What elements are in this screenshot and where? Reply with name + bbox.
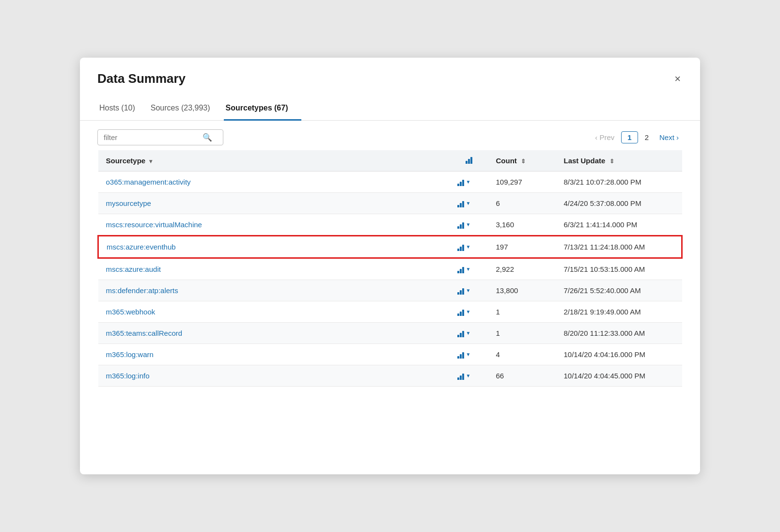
lastupdate-cell: 7/15/21 10:53:15.000 AM [556, 258, 682, 280]
th-sourcetype[interactable]: Sourcetype ▾ [98, 150, 450, 172]
table-row: m365:log:warn ▼ 410/14/20 4:04:16.000 PM [98, 344, 682, 365]
chart-cell[interactable]: ▼ [450, 280, 488, 301]
sourcetype-link[interactable]: o365:management:activity [106, 178, 191, 186]
chart-caret-icon[interactable]: ▼ [466, 201, 471, 206]
count-cell: 2,922 [488, 258, 556, 280]
th-count-label: Count [496, 156, 517, 165]
bar-chart-icon [457, 351, 464, 359]
sourcetype-link[interactable]: mscs:resource:virtualMachine [106, 220, 202, 229]
chart-cell[interactable]: ▼ [450, 236, 488, 258]
modal-header: Data Summary × [80, 58, 700, 86]
count-sort-icon[interactable]: ⇕ [521, 158, 526, 165]
search-icon: 🔍 [203, 133, 212, 142]
page-1-button[interactable]: 1 [621, 131, 638, 143]
table-row: mscs:azure:eventhub ▼ 1977/13/21 11:24:1… [98, 236, 682, 258]
chart-caret-icon[interactable]: ▼ [466, 373, 471, 378]
chart-icon-wrap: ▼ [457, 178, 481, 186]
sourcetype-cell[interactable]: m365:webhook [98, 301, 450, 323]
table-row: mysourcetype ▼ 64/24/20 5:37:08.000 PM [98, 193, 682, 214]
lastupdate-cell: 6/3/21 1:41:14.000 PM [556, 214, 682, 236]
sourcetype-cell[interactable]: mscs:azure:audit [98, 258, 450, 280]
chart-icon-wrap: ▼ [457, 351, 481, 359]
sourcetype-link[interactable]: m365:log:info [106, 372, 150, 380]
lastupdate-cell: 10/14/20 4:04:45.000 PM [556, 365, 682, 387]
sourcetype-link[interactable]: m365:teams:callRecord [106, 329, 183, 337]
sourcetype-cell[interactable]: m365:teams:callRecord [98, 323, 450, 344]
pagination: ‹ Prev 1 2 Next › [591, 131, 683, 143]
lastupdate-cell: 8/3/21 10:07:28.000 PM [556, 172, 682, 193]
sourcetype-sort-icon[interactable]: ▾ [149, 158, 152, 165]
bar-chart-icon [457, 243, 464, 251]
lastupdate-cell: 10/14/20 4:04:16.000 PM [556, 344, 682, 365]
table-row: o365:management:activity ▼ 109,2978/3/21… [98, 172, 682, 193]
tab-sources[interactable]: Sources (23,993) [149, 99, 224, 121]
sourcetype-link[interactable]: mscs:azure:audit [106, 265, 161, 273]
th-lastupdate-label: Last Update [564, 156, 606, 165]
sourcetype-cell[interactable]: mysourcetype [98, 193, 450, 214]
chart-caret-icon[interactable]: ▼ [466, 352, 471, 357]
sourcetype-cell[interactable]: m365:log:info [98, 365, 450, 387]
bar-chart-icon [457, 200, 464, 207]
th-lastupdate[interactable]: Last Update ⇕ [556, 150, 682, 172]
sourcetype-cell[interactable]: o365:management:activity [98, 172, 450, 193]
th-count[interactable]: Count ⇕ [488, 150, 556, 172]
chart-cell[interactable]: ▼ [450, 323, 488, 344]
sourcetype-cell[interactable]: mscs:azure:eventhub [98, 236, 450, 258]
sourcetype-cell[interactable]: mscs:resource:virtualMachine [98, 214, 450, 236]
close-button[interactable]: × [672, 72, 683, 86]
bar-chart-icon [457, 329, 464, 337]
chart-cell[interactable]: ▼ [450, 258, 488, 280]
chart-caret-icon[interactable]: ▼ [466, 309, 471, 314]
search-input[interactable] [104, 133, 201, 141]
table-row: ms:defender:atp:alerts ▼ 13,8007/26/21 5… [98, 280, 682, 301]
chart-caret-icon[interactable]: ▼ [466, 288, 471, 293]
chart-cell[interactable]: ▼ [450, 344, 488, 365]
sourcetype-link[interactable]: m365:webhook [106, 308, 156, 316]
lastupdate-sort-icon[interactable]: ⇕ [609, 158, 614, 165]
count-cell: 3,160 [488, 214, 556, 236]
next-button[interactable]: Next › [655, 131, 683, 143]
sourcetype-link[interactable]: mscs:azure:eventhub [107, 243, 176, 251]
toolbar: 🔍 ‹ Prev 1 2 Next › [80, 121, 700, 150]
chart-cell[interactable]: ▼ [450, 172, 488, 193]
chart-icon-wrap: ▼ [457, 243, 481, 251]
sourcetype-link[interactable]: m365:log:warn [106, 350, 154, 359]
lastupdate-cell: 4/24/20 5:37:08.000 PM [556, 193, 682, 214]
chart-caret-icon[interactable]: ▼ [466, 330, 471, 336]
chart-cell[interactable]: ▼ [450, 301, 488, 323]
chart-cell[interactable]: ▼ [450, 365, 488, 387]
page-2-button[interactable]: 2 [641, 132, 653, 143]
count-cell: 1 [488, 301, 556, 323]
tab-hosts[interactable]: Hosts (10) [97, 99, 149, 121]
table-row: mscs:azure:audit ▼ 2,9227/15/21 10:53:15… [98, 258, 682, 280]
modal-title: Data Summary [97, 71, 186, 86]
prev-button[interactable]: ‹ Prev [591, 131, 618, 143]
tab-sourcetypes[interactable]: Sourcetypes (67) [224, 99, 302, 121]
chart-icon-wrap: ▼ [457, 287, 481, 295]
bar-chart-icon [457, 178, 464, 186]
count-cell: 4 [488, 344, 556, 365]
table-header-row: Sourcetype ▾ Count ⇕ [98, 150, 682, 172]
bar-chart-icon [457, 266, 464, 273]
sourcetype-cell[interactable]: m365:log:warn [98, 344, 450, 365]
chart-caret-icon[interactable]: ▼ [466, 179, 471, 185]
chart-caret-icon[interactable]: ▼ [466, 222, 471, 227]
chart-cell[interactable]: ▼ [450, 214, 488, 236]
bar-chart-icon [457, 287, 464, 295]
chart-caret-icon[interactable]: ▼ [466, 244, 471, 250]
chart-caret-icon[interactable]: ▼ [466, 266, 471, 272]
chart-icon-wrap: ▼ [457, 329, 481, 337]
table-row: m365:teams:callRecord ▼ 18/20/20 11:12:3… [98, 323, 682, 344]
count-cell: 66 [488, 365, 556, 387]
sourcetype-cell[interactable]: ms:defender:atp:alerts [98, 280, 450, 301]
sourcetype-link[interactable]: mysourcetype [106, 199, 151, 207]
lastupdate-cell: 2/18/21 9:19:49.000 AM [556, 301, 682, 323]
chart-icon-wrap: ▼ [457, 221, 481, 229]
chart-cell[interactable]: ▼ [450, 193, 488, 214]
sourcetype-link[interactable]: ms:defender:atp:alerts [106, 286, 178, 295]
chart-icon-wrap: ▼ [457, 372, 481, 380]
table-row: m365:webhook ▼ 12/18/21 9:19:49.000 AM [98, 301, 682, 323]
data-table: Sourcetype ▾ Count ⇕ [97, 150, 683, 387]
th-chart [450, 150, 488, 172]
chart-icon-wrap: ▼ [457, 266, 481, 273]
